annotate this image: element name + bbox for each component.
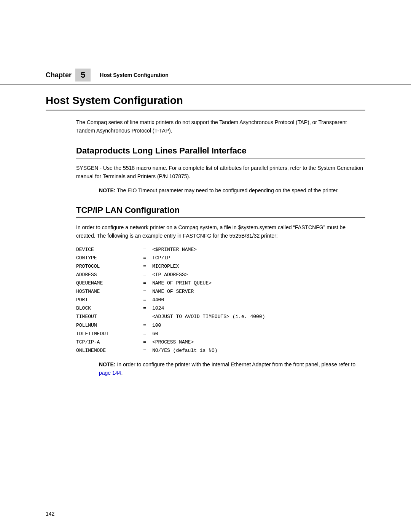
config-equals: = [137,313,152,321]
config-equals: = [137,321,152,330]
page-144-link[interactable]: page 144 [99,370,121,376]
config-value: 4400 [152,296,164,304]
section-heading-tcpip: TCP/IP LAN Configuration [76,205,365,218]
chapter-header-title: Host System Configuration [100,72,168,78]
section-paragraph-tcpip: In order to configure a network printer … [76,223,365,240]
note-tcpip: NOTE: In order to configure the printer … [76,360,365,377]
config-value: TCP/IP [152,254,170,262]
section-paragraph-dataproducts: SYSGEN - Use the 5518 macro name. For a … [76,164,365,181]
table-row: TIMEOUT = <ADJUST TO AVOID TIMEOUTS> (i.… [76,313,365,321]
chapter-label: Chapter [46,71,72,79]
config-key: ADDRESS [76,271,137,279]
config-equals: = [137,347,152,355]
config-key: PROTOCOL [76,262,137,271]
table-row: DEVICE = <$PRINTER NAME> [76,246,365,254]
note-text-tcpip-before: In order to configure the printer with t… [116,361,355,367]
config-value: <$PRINTER NAME> [152,246,197,254]
config-key: PORT [76,296,137,304]
config-key: IDLETIMEOUT [76,330,137,338]
config-equals: = [137,279,152,288]
config-key: ONLINEMODE [76,347,137,355]
config-equals: = [137,288,152,296]
config-table: DEVICE = <$PRINTER NAME> CONTYPE = TCP/I… [76,246,365,355]
config-equals: = [137,254,152,262]
table-row: PROTOCOL = MICROPLEX [76,262,365,271]
config-equals: = [137,262,152,271]
intro-paragraph: The Compaq series of line matrix printer… [76,118,365,135]
page-title: Host System Configuration [46,94,365,110]
page-number: 142 [46,511,54,517]
config-key: POLLNUM [76,321,137,330]
config-key: BLOCK [76,304,137,313]
config-key: DEVICE [76,246,137,254]
section-heading-dataproducts: Dataproducts Long Lines Parallel Interfa… [76,146,365,158]
config-key: TCP/IP-A [76,338,137,347]
page-footer: 142 [46,511,54,517]
config-value: <PROCESS NAME> [152,338,194,347]
table-row: TCP/IP-A = <PROCESS NAME> [76,338,365,347]
config-value: <ADJUST TO AVOID TIMEOUTS> (i.e. 4000) [152,313,265,321]
config-value: NO/YES (default is NO) [152,347,218,355]
config-equals: = [137,338,152,347]
config-value: 1024 [152,304,164,313]
table-row: IDLETIMEOUT = 60 [76,330,365,338]
chapter-header: Chapter 5 Host System Configuration [0,0,411,85]
config-equals: = [137,271,152,279]
note-dataproducts: NOTE: The EIO Timeout parameter may need… [76,186,365,195]
main-content: Host System Configuration The Compaq ser… [0,94,411,405]
config-key: TIMEOUT [76,313,137,321]
note-text-dataproducts: The EIO Timeout parameter may need to be… [116,187,339,193]
config-equals: = [137,246,152,254]
config-equals: = [137,304,152,313]
note-text-tcpip-after: . [121,370,123,376]
table-row: ADDRESS = <IP ADDRESS> [76,271,365,279]
config-equals: = [137,330,152,338]
table-row: PORT = 4400 [76,296,365,304]
section-tcpip: TCP/IP LAN Configuration In order to con… [76,205,365,377]
table-row: POLLNUM = 100 [76,321,365,330]
config-value: 60 [152,330,158,338]
config-key: CONTYPE [76,254,137,262]
config-key: QUEUENAME [76,279,137,288]
config-value: 100 [152,321,161,330]
config-value: NAME OF PRINT QUEUE> [152,279,212,288]
note-label-dataproducts: NOTE: [99,187,116,193]
config-key: HOSTNAME [76,288,137,296]
config-value: MICROPLEX [152,262,179,271]
config-equals: = [137,296,152,304]
config-value: NAME OF SERVER [152,288,194,296]
table-row: CONTYPE = TCP/IP [76,254,365,262]
table-row: QUEUENAME = NAME OF PRINT QUEUE> [76,279,365,288]
config-value: <IP ADDRESS> [152,271,188,279]
page: Chapter 5 Host System Configuration Host… [0,0,411,532]
section-dataproducts: Dataproducts Long Lines Parallel Interfa… [76,146,365,195]
table-row: ONLINEMODE = NO/YES (default is NO) [76,347,365,355]
content-body: The Compaq series of line matrix printer… [46,118,365,377]
table-row: HOSTNAME = NAME OF SERVER [76,288,365,296]
table-row: BLOCK = 1024 [76,304,365,313]
note-label-tcpip: NOTE: [99,361,116,367]
chapter-number: 5 [75,69,91,81]
